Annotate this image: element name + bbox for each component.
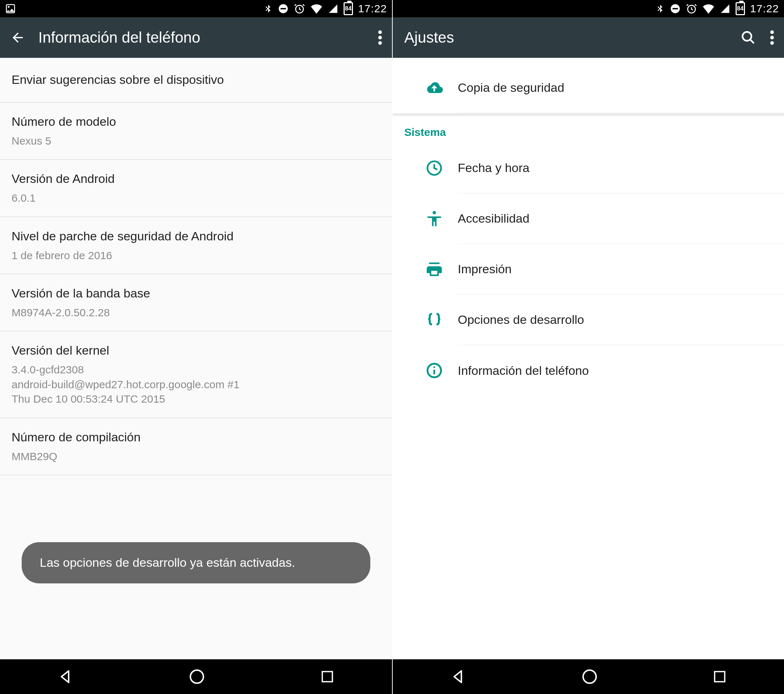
dnd-icon: [670, 3, 681, 14]
list-item-build-number[interactable]: Número de compilación MMB29Q: [0, 418, 392, 475]
dnd-icon: [278, 3, 289, 14]
list-item-security-patch[interactable]: Nivel de parche de seguridad de Android …: [0, 217, 392, 274]
svg-point-7: [378, 41, 382, 45]
list-item-kernel-version[interactable]: Versión del kernel 3.4.0-gcfd2308 androi…: [0, 331, 392, 418]
settings-item-label: Impresión: [458, 262, 512, 276]
list-item-title: Enviar sugerencias sobre el dispositivo: [12, 72, 380, 88]
svg-point-23: [583, 670, 596, 683]
svg-point-6: [378, 36, 382, 40]
cloud-backup-icon: [411, 78, 458, 97]
accessibility-icon: [411, 209, 458, 228]
svg-point-15: [770, 30, 774, 34]
battery-level: 84: [737, 5, 744, 12]
list-item-title: Número de compilación: [12, 429, 380, 446]
alarm-icon: [294, 3, 305, 15]
bluetooth-icon: [264, 3, 273, 15]
phone-left: 84 17:22 Información del teléfono Enviar…: [0, 0, 392, 694]
image-notification-icon: [5, 3, 16, 14]
status-clock: 17:22: [750, 3, 779, 15]
settings-item-label: Información del teléfono: [458, 364, 589, 378]
svg-rect-24: [715, 672, 725, 682]
settings-item-developer-options[interactable]: Opciones de desarrollo: [458, 295, 784, 345]
clock-icon: [411, 159, 458, 177]
status-clock: 17:22: [358, 3, 387, 15]
list-item-model-number[interactable]: Número de modelo Nexus 5: [0, 103, 392, 160]
wifi-icon: [702, 3, 715, 14]
list-item-subtitle: M8974A-2.0.50.2.28: [12, 305, 380, 320]
svg-point-22: [433, 366, 435, 368]
list-item-subtitle: 1 de febrero de 2016: [12, 248, 380, 263]
settings-item-phone-info[interactable]: Información del teléfono: [458, 345, 784, 396]
nav-back-icon[interactable]: [450, 668, 467, 685]
settings-item-print[interactable]: Impresión: [458, 244, 784, 295]
battery-level: 84: [345, 5, 352, 12]
battery-icon: 84: [344, 2, 353, 15]
battery-icon: 84: [736, 2, 745, 15]
list-item-title: Nivel de parche de seguridad de Android: [12, 228, 380, 245]
list-item-title: Versión de Android: [12, 171, 380, 187]
toast-message: Las opciones de desarrollo ya están acti…: [22, 542, 370, 584]
overflow-menu-icon[interactable]: [378, 30, 382, 45]
back-icon[interactable]: [10, 30, 25, 45]
statusbar: 84 17:22: [0, 0, 392, 17]
nav-home-icon[interactable]: [188, 668, 206, 685]
svg-rect-3: [280, 8, 286, 9]
list-item-title: Versión de la banda base: [12, 285, 380, 302]
list-item-subtitle: MMB29Q: [12, 449, 380, 464]
list-item-android-version[interactable]: Versión de Android 6.0.1: [0, 160, 392, 217]
braces-icon: [411, 311, 458, 329]
statusbar: 84 17:22: [393, 0, 784, 17]
phone-right: 84 17:22 Ajustes Copia de seguridad Si: [392, 0, 784, 694]
svg-point-5: [378, 30, 382, 34]
appbar: Ajustes: [393, 17, 784, 58]
content-area: Enviar sugerencias sobre el dispositivo …: [0, 58, 392, 659]
settings-item-backup[interactable]: Copia de seguridad: [458, 62, 784, 113]
settings-item-label: Opciones de desarrollo: [458, 313, 584, 327]
list-item-title: Versión del kernel: [12, 342, 380, 359]
nav-recent-icon[interactable]: [320, 669, 335, 684]
nav-recent-icon[interactable]: [712, 669, 727, 684]
svg-rect-11: [672, 8, 678, 9]
print-icon: [411, 260, 458, 278]
content-area: Copia de seguridad Sistema Fecha y hora …: [393, 58, 784, 659]
settings-item-accessibility[interactable]: Accesibilidad: [458, 193, 784, 244]
settings-item-label: Copia de seguridad: [458, 81, 564, 95]
svg-rect-9: [322, 672, 333, 682]
svg-point-17: [770, 41, 774, 45]
alarm-icon: [686, 3, 697, 15]
overflow-menu-icon[interactable]: [770, 30, 774, 45]
list-item-baseband-version[interactable]: Versión de la banda base M8974A-2.0.50.2…: [0, 274, 392, 331]
nav-back-icon[interactable]: [57, 668, 74, 685]
list-item-subtitle: 6.0.1: [12, 191, 380, 206]
settings-item-date-time[interactable]: Fecha y hora: [458, 143, 784, 193]
bluetooth-icon: [656, 3, 665, 15]
info-icon: [411, 361, 458, 379]
wifi-icon: [310, 3, 323, 14]
cell-signal-icon: [720, 3, 731, 14]
svg-line-14: [750, 40, 754, 43]
svg-point-8: [190, 670, 203, 683]
settings-item-label: Fecha y hora: [458, 161, 529, 175]
list-item-subtitle: 3.4.0-gcfd2308 android-build@wped27.hot.…: [12, 363, 380, 407]
svg-point-16: [770, 36, 774, 40]
navbar: [0, 659, 392, 694]
appbar-title: Ajustes: [404, 29, 728, 46]
svg-point-1: [8, 6, 10, 8]
navbar: [393, 659, 784, 694]
svg-point-13: [743, 32, 751, 41]
settings-item-label: Accesibilidad: [458, 211, 529, 226]
appbar-title: Información del teléfono: [38, 29, 365, 46]
list-item-send-feedback[interactable]: Enviar sugerencias sobre el dispositivo: [0, 58, 392, 103]
list-item-title: Número de modelo: [12, 114, 380, 130]
nav-home-icon[interactable]: [581, 668, 598, 685]
list-item-subtitle: Nexus 5: [12, 134, 380, 148]
search-icon[interactable]: [741, 30, 756, 45]
cell-signal-icon: [328, 3, 339, 14]
section-header-system: Sistema: [393, 113, 784, 143]
appbar: Información del teléfono: [0, 17, 392, 58]
svg-point-19: [432, 211, 436, 214]
